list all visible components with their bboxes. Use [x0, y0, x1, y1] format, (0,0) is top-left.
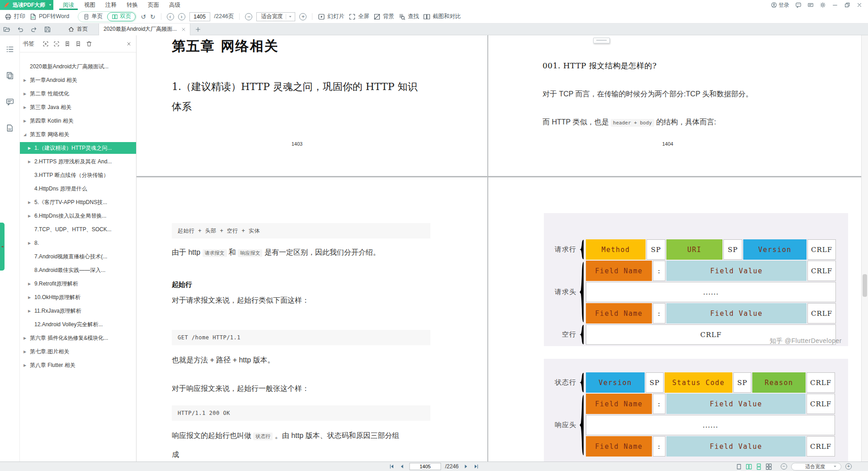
- snapshot-compare-button[interactable]: 截图和对比: [423, 13, 461, 20]
- bookmark-item[interactable]: ▶第六章 插件化&热修复&模块化...: [20, 331, 136, 345]
- expand-arrow-icon[interactable]: ▶: [24, 363, 30, 367]
- expand-arrow-icon[interactable]: ▶: [28, 309, 34, 313]
- panel-close-icon[interactable]: [126, 41, 132, 47]
- sidebar-collapse-handle[interactable]: ◄: [0, 223, 5, 271]
- expand-arrow-icon[interactable]: ▶: [28, 160, 34, 164]
- bookmark-item[interactable]: ▶第三章 Java 相关: [20, 100, 136, 114]
- menu-阅读[interactable]: 阅读: [58, 0, 79, 10]
- window-minimize-button[interactable]: [832, 2, 838, 8]
- bookmark-item[interactable]: ▶第一章Android 相关: [20, 73, 136, 87]
- zoom-mode-dropdown[interactable]: 适合宽度: [256, 12, 295, 21]
- login-button[interactable]: 登录: [771, 1, 789, 9]
- first-page-button[interactable]: [388, 463, 395, 470]
- menu-视图[interactable]: 视图: [79, 0, 100, 10]
- tab-close-icon[interactable]: [181, 27, 186, 32]
- redo-icon[interactable]: [30, 26, 38, 33]
- scrollbar-thumb[interactable]: [863, 274, 867, 297]
- bookmark-item[interactable]: ▶第四章 Kotlin 相关: [20, 114, 136, 128]
- message-board-icon[interactable]: [807, 2, 814, 8]
- add-bookmark-icon[interactable]: [64, 41, 71, 47]
- brand-menu-caret-icon[interactable]: [47, 2, 53, 8]
- zoom-out-button[interactable]: −: [245, 13, 252, 20]
- fullscreen-button[interactable]: 全屏: [349, 13, 369, 20]
- vertical-scrollbar[interactable]: [861, 35, 868, 461]
- bookmark-item[interactable]: ▶第七章.图片相关: [20, 345, 136, 358]
- double-page-button[interactable]: 双页: [107, 12, 136, 21]
- bookmark-item[interactable]: ▶9.Retrofit原理解析: [20, 277, 136, 290]
- bookmarks-panel-icon[interactable]: [6, 45, 14, 53]
- expand-arrow-icon[interactable]: ▶: [28, 146, 34, 150]
- bookmark-item[interactable]: ▶11.RxJava原理解析: [20, 304, 136, 318]
- next-page-button[interactable]: [463, 463, 469, 470]
- last-page-button[interactable]: [473, 463, 480, 470]
- menu-注释[interactable]: 注释: [100, 0, 122, 10]
- expand-arrow-icon[interactable]: ▶: [24, 336, 30, 340]
- page-number-input[interactable]: [189, 12, 210, 21]
- menu-高级[interactable]: 高级: [164, 0, 185, 10]
- rotate-cw-button[interactable]: ↻: [150, 13, 156, 20]
- bookmark-item[interactable]: ◢第五章 网络相关: [20, 128, 136, 141]
- expand-arrow-icon[interactable]: ▶: [28, 241, 34, 245]
- annotations-panel-icon[interactable]: [6, 98, 14, 106]
- menu-页面[interactable]: 页面: [143, 0, 164, 10]
- layout-double-continuous-icon[interactable]: [765, 463, 772, 470]
- collapse-all-icon[interactable]: [53, 41, 60, 47]
- expand-arrow-icon[interactable]: ▶: [24, 92, 30, 96]
- expand-arrow-icon[interactable]: ▶: [24, 350, 30, 354]
- feedback-chat-icon[interactable]: [795, 2, 802, 8]
- collapse-arrow-icon[interactable]: ◢: [24, 133, 30, 137]
- window-close-button[interactable]: [856, 2, 863, 8]
- open-file-icon[interactable]: [3, 26, 10, 33]
- bookmark-item[interactable]: ▶5.《客厅TV-APP HttpDNS技...: [20, 195, 136, 209]
- menu-转换[interactable]: 转换: [122, 0, 143, 10]
- layout-continuous-icon[interactable]: [755, 463, 762, 470]
- remove-bookmark-icon[interactable]: [75, 41, 81, 47]
- expand-arrow-icon[interactable]: ▶: [28, 214, 34, 218]
- rotate-ccw-button[interactable]: ↺: [141, 13, 146, 20]
- layout-double-icon[interactable]: [745, 463, 752, 470]
- prev-page-button[interactable]: ‹: [167, 13, 174, 20]
- undo-icon[interactable]: [17, 26, 24, 33]
- thumbnails-panel-icon[interactable]: [6, 71, 14, 80]
- bookmark-item[interactable]: ▶8.: [20, 236, 136, 250]
- delete-bookmark-icon[interactable]: [86, 41, 92, 47]
- home-tab[interactable]: 首页: [68, 25, 88, 33]
- bookmark-item[interactable]: ▶10.OkHttp原理解析: [20, 290, 136, 304]
- bookmark-item[interactable]: ▶第八章 Flutter 相关: [20, 358, 136, 372]
- zoom-in-button[interactable]: +: [299, 13, 307, 20]
- bookmark-item[interactable]: 4.HttpDns 原理是什么: [20, 182, 136, 195]
- expand-arrow-icon[interactable]: ▶: [24, 119, 30, 123]
- expand-arrow-icon[interactable]: ▶: [28, 200, 34, 205]
- expand-arrow-icon[interactable]: ▶: [28, 295, 34, 300]
- next-page-button[interactable]: ›: [178, 13, 185, 20]
- bookmark-item[interactable]: 12.Android Volley完全解析...: [20, 318, 136, 331]
- bookmark-item[interactable]: ▶2.HTTPS 原理浅析及其在 And...: [20, 155, 136, 168]
- background-button[interactable]: 背景: [373, 13, 394, 20]
- layout-single-icon[interactable]: [736, 463, 742, 470]
- find-button[interactable]: 查找: [398, 13, 419, 20]
- export-word-icon[interactable]: W: [6, 124, 14, 132]
- bookmark-item[interactable]: ▶6.HttpDns接入以及全局替换...: [20, 209, 136, 223]
- statusbar-zoom-in-button[interactable]: +: [845, 463, 852, 470]
- expand-arrow-icon[interactable]: ▶: [24, 78, 30, 82]
- previous-page-button[interactable]: [399, 463, 405, 470]
- bookmark-item[interactable]: 3.HTTP 断点续传（分块传输）: [20, 168, 136, 182]
- bookmark-item[interactable]: ▶1.（建议精读）HTTP灵魂之问...: [20, 142, 136, 154]
- window-restore-button[interactable]: [844, 2, 850, 8]
- slideshow-button[interactable]: 幻灯片: [318, 13, 344, 20]
- save-icon[interactable]: [44, 26, 51, 33]
- bookmark-item[interactable]: 7.Android视频直播核心技术(...: [20, 250, 136, 263]
- settings-gear-icon[interactable]: [820, 2, 826, 8]
- statusbar-page-input[interactable]: [409, 463, 441, 470]
- bookmark-item[interactable]: 8.Android最佳实践——深入...: [20, 263, 136, 277]
- pdf-to-word-button[interactable]: W PDF转Word: [29, 13, 69, 20]
- expand-arrow-icon[interactable]: ▶: [24, 105, 30, 109]
- expand-arrow-icon[interactable]: ▶: [28, 282, 34, 286]
- single-page-button[interactable]: 单页: [79, 12, 107, 21]
- expand-all-icon[interactable]: [42, 41, 49, 47]
- document-tab[interactable]: 2020最新Android大厂高频面...: [99, 24, 190, 35]
- print-button[interactable]: 打印: [5, 13, 25, 20]
- bookmark-item[interactable]: 7.TCP、UDP、HTTP、SOCK...: [20, 223, 136, 236]
- statusbar-zoom-out-button[interactable]: −: [781, 463, 787, 470]
- bookmark-item[interactable]: ▶第二章 性能优化: [20, 87, 136, 100]
